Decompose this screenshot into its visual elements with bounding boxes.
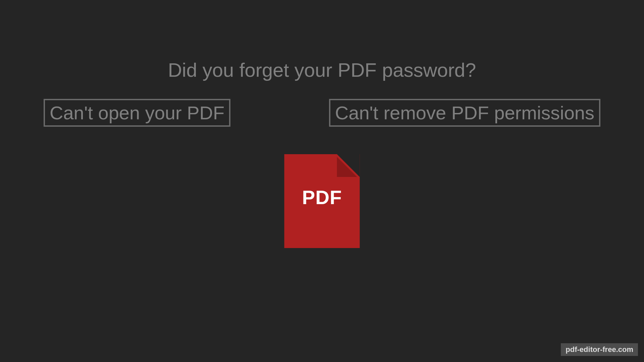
option-cant-remove-permissions: Can't remove PDF permissions [329, 99, 600, 127]
pdf-icon-label: PDF [284, 186, 360, 208]
pdf-file-icon: PDF [284, 154, 360, 248]
footer-site-link[interactable]: pdf-editor-free.com [561, 343, 638, 356]
main-heading: Did you forget your PDF password? [0, 59, 644, 81]
options-row: Can't open your PDF Can't remove PDF per… [0, 99, 644, 127]
option-cant-open: Can't open your PDF [44, 99, 230, 127]
